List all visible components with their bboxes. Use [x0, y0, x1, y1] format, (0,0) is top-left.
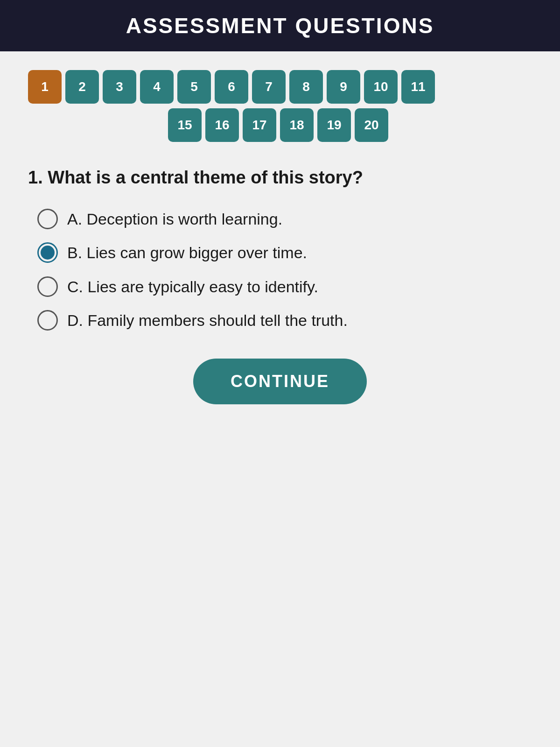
nav-btn-15[interactable]: 15 [168, 108, 202, 142]
nav-btn-11[interactable]: 11 [401, 70, 435, 104]
nav-btn-7[interactable]: 7 [252, 70, 286, 104]
question-section: 1. What is a central theme of this story… [28, 165, 532, 331]
nav-btn-1[interactable]: 1 [28, 70, 62, 104]
nav-btn-17[interactable]: 17 [243, 108, 276, 142]
nav-btn-18[interactable]: 18 [280, 108, 314, 142]
nav-btn-19[interactable]: 19 [317, 108, 351, 142]
continue-section: CONTINUE [28, 359, 532, 404]
nav-btn-5[interactable]: 5 [177, 70, 211, 104]
radio-b[interactable] [37, 242, 58, 263]
nav-btn-4[interactable]: 4 [140, 70, 174, 104]
answers-list: A. Deception is worth learning.B. Lies c… [28, 209, 532, 331]
radio-inner-b [41, 246, 55, 260]
question-number: 1. [28, 168, 43, 187]
radio-a[interactable] [37, 209, 58, 229]
answer-text-b: B. Lies can grow bigger over time. [67, 242, 307, 263]
continue-button[interactable]: CONTINUE [193, 359, 367, 404]
question-text: 1. What is a central theme of this story… [28, 165, 532, 190]
nav-btn-16[interactable]: 16 [205, 108, 239, 142]
nav-btn-10[interactable]: 10 [364, 70, 398, 104]
page-title: ASSESSMENT QUESTIONS [126, 13, 434, 38]
answer-text-c: C. Lies are typically easy to identify. [67, 276, 318, 297]
nav-btn-6[interactable]: 6 [215, 70, 248, 104]
answer-option-b[interactable]: B. Lies can grow bigger over time. [37, 242, 532, 263]
nav-btn-9[interactable]: 9 [327, 70, 360, 104]
nav-btn-2[interactable]: 2 [65, 70, 99, 104]
nav-btn-3[interactable]: 3 [103, 70, 136, 104]
answer-text-a: A. Deception is worth learning. [67, 209, 282, 229]
answer-option-d[interactable]: D. Family members should tell the truth. [37, 310, 532, 331]
page-header: ASSESSMENT QUESTIONS [0, 0, 560, 51]
nav-btn-20[interactable]: 20 [355, 108, 388, 142]
answer-option-a[interactable]: A. Deception is worth learning. [37, 209, 532, 229]
answer-text-d: D. Family members should tell the truth. [67, 310, 348, 331]
radio-c[interactable] [37, 276, 58, 297]
main-content: 1234567891011 151617181920 1. What is a … [0, 51, 560, 747]
nav-row-2: 151617181920 [28, 108, 532, 142]
radio-d[interactable] [37, 310, 58, 331]
nav-btn-8[interactable]: 8 [289, 70, 323, 104]
question-navigation: 1234567891011 151617181920 [28, 70, 532, 142]
question-body: What is a central theme of this story? [48, 168, 363, 187]
answer-option-c[interactable]: C. Lies are typically easy to identify. [37, 276, 532, 297]
nav-row-1: 1234567891011 [28, 70, 532, 104]
